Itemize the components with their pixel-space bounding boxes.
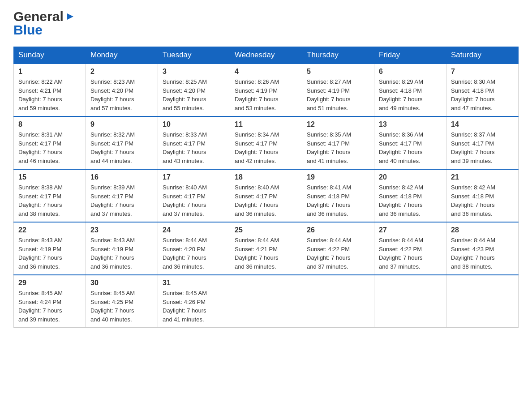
day-info: Sunrise: 8:45 AMSunset: 4:25 PMDaylight:… [90,289,153,324]
day-number: 31 [163,279,225,287]
calendar-header: SundayMondayTuesdayWednesdayThursdayFrid… [14,47,519,64]
day-number: 21 [451,173,514,181]
day-info: Sunrise: 8:42 AMSunset: 4:18 PMDaylight:… [451,183,514,218]
calendar-cell: 20Sunrise: 8:42 AMSunset: 4:18 PMDayligh… [374,169,446,222]
calendar-cell [446,275,519,328]
calendar-cell: 29Sunrise: 8:45 AMSunset: 4:24 PMDayligh… [14,275,86,328]
day-number: 24 [163,226,225,234]
day-info: Sunrise: 8:38 AMSunset: 4:17 PMDaylight:… [18,183,81,218]
calendar-cell: 13Sunrise: 8:36 AMSunset: 4:17 PMDayligh… [374,116,446,169]
day-number: 29 [18,279,81,287]
svg-marker-0 [67,13,73,20]
day-number: 28 [451,226,514,234]
calendar-cell [302,275,374,328]
day-info: Sunrise: 8:41 AMSunset: 4:18 PMDaylight:… [307,183,369,218]
day-info: Sunrise: 8:40 AMSunset: 4:17 PMDaylight:… [235,183,297,218]
day-info: Sunrise: 8:37 AMSunset: 4:17 PMDaylight:… [451,130,514,165]
day-info: Sunrise: 8:35 AMSunset: 4:17 PMDaylight:… [307,130,369,165]
week-row-3: 15Sunrise: 8:38 AMSunset: 4:17 PMDayligh… [14,169,519,222]
day-info: Sunrise: 8:27 AMSunset: 4:19 PMDaylight:… [307,77,369,112]
day-number: 13 [379,120,442,128]
day-info: Sunrise: 8:32 AMSunset: 4:17 PMDaylight:… [90,130,153,165]
day-number: 19 [307,173,369,181]
logo-arrow-icon [65,12,75,23]
logo-blue-text: Blue [13,22,43,38]
day-info: Sunrise: 8:31 AMSunset: 4:17 PMDaylight:… [18,130,81,165]
day-number: 6 [379,68,442,76]
day-info: Sunrise: 8:45 AMSunset: 4:26 PMDaylight:… [163,289,225,324]
day-number: 11 [235,120,297,128]
calendar-cell: 26Sunrise: 8:44 AMSunset: 4:22 PMDayligh… [302,222,374,275]
calendar-cell: 30Sunrise: 8:45 AMSunset: 4:25 PMDayligh… [86,275,158,328]
day-info: Sunrise: 8:25 AMSunset: 4:20 PMDaylight:… [163,77,225,112]
week-row-4: 22Sunrise: 8:43 AMSunset: 4:19 PMDayligh… [14,222,519,275]
day-info: Sunrise: 8:44 AMSunset: 4:21 PMDaylight:… [235,236,297,271]
day-info: Sunrise: 8:23 AMSunset: 4:20 PMDaylight:… [90,77,153,112]
day-number: 26 [307,226,369,234]
weekday-header-thursday: Thursday [302,47,374,64]
day-number: 2 [90,68,153,76]
calendar-cell: 18Sunrise: 8:40 AMSunset: 4:17 PMDayligh… [230,169,302,222]
day-info: Sunrise: 8:44 AMSunset: 4:20 PMDaylight:… [163,236,225,271]
day-info: Sunrise: 8:34 AMSunset: 4:17 PMDaylight:… [235,130,297,165]
calendar-cell: 28Sunrise: 8:44 AMSunset: 4:23 PMDayligh… [446,222,519,275]
day-info: Sunrise: 8:40 AMSunset: 4:17 PMDaylight:… [163,183,225,218]
day-info: Sunrise: 8:22 AMSunset: 4:21 PMDaylight:… [18,77,81,112]
day-number: 7 [451,68,514,76]
day-info: Sunrise: 8:43 AMSunset: 4:19 PMDaylight:… [18,236,81,271]
day-number: 14 [451,120,514,128]
calendar-table: SundayMondayTuesdayWednesdayThursdayFrid… [13,47,519,328]
day-number: 23 [90,226,153,234]
logo-general-text: General [13,9,64,24]
calendar-cell: 23Sunrise: 8:43 AMSunset: 4:19 PMDayligh… [86,222,158,275]
day-number: 27 [379,226,442,234]
day-number: 20 [379,173,442,181]
page-header: General Blue [13,9,519,38]
weekday-header-saturday: Saturday [446,47,519,64]
day-info: Sunrise: 8:33 AMSunset: 4:17 PMDaylight:… [163,130,225,165]
calendar-cell: 9Sunrise: 8:32 AMSunset: 4:17 PMDaylight… [86,116,158,169]
calendar-cell [374,275,446,328]
calendar-cell [230,275,302,328]
calendar-cell: 25Sunrise: 8:44 AMSunset: 4:21 PMDayligh… [230,222,302,275]
calendar-cell: 14Sunrise: 8:37 AMSunset: 4:17 PMDayligh… [446,116,519,169]
day-info: Sunrise: 8:44 AMSunset: 4:23 PMDaylight:… [451,236,514,271]
calendar-cell: 4Sunrise: 8:26 AMSunset: 4:19 PMDaylight… [230,64,302,116]
weekday-header-sunday: Sunday [14,47,86,64]
day-info: Sunrise: 8:44 AMSunset: 4:22 PMDaylight:… [379,236,442,271]
day-number: 8 [18,120,81,128]
day-number: 25 [235,226,297,234]
day-number: 10 [163,120,225,128]
day-info: Sunrise: 8:29 AMSunset: 4:18 PMDaylight:… [379,77,442,112]
calendar-cell: 5Sunrise: 8:27 AMSunset: 4:19 PMDaylight… [302,64,374,116]
day-number: 18 [235,173,297,181]
day-info: Sunrise: 8:44 AMSunset: 4:22 PMDaylight:… [307,236,369,271]
calendar-cell: 19Sunrise: 8:41 AMSunset: 4:18 PMDayligh… [302,169,374,222]
weekday-header-friday: Friday [374,47,446,64]
day-number: 15 [18,173,81,181]
calendar-cell: 24Sunrise: 8:44 AMSunset: 4:20 PMDayligh… [158,222,230,275]
weekday-header-row: SundayMondayTuesdayWednesdayThursdayFrid… [14,47,519,64]
calendar-cell: 2Sunrise: 8:23 AMSunset: 4:20 PMDaylight… [86,64,158,116]
weekday-header-monday: Monday [86,47,158,64]
calendar-cell: 1Sunrise: 8:22 AMSunset: 4:21 PMDaylight… [14,64,86,116]
week-row-2: 8Sunrise: 8:31 AMSunset: 4:17 PMDaylight… [14,116,519,169]
day-info: Sunrise: 8:43 AMSunset: 4:19 PMDaylight:… [90,236,153,271]
day-info: Sunrise: 8:45 AMSunset: 4:24 PMDaylight:… [18,289,81,324]
calendar-cell: 15Sunrise: 8:38 AMSunset: 4:17 PMDayligh… [14,169,86,222]
day-info: Sunrise: 8:42 AMSunset: 4:18 PMDaylight:… [379,183,442,218]
calendar-cell: 7Sunrise: 8:30 AMSunset: 4:18 PMDaylight… [446,64,519,116]
day-number: 1 [18,68,81,76]
week-row-1: 1Sunrise: 8:22 AMSunset: 4:21 PMDaylight… [14,64,519,116]
calendar-cell: 12Sunrise: 8:35 AMSunset: 4:17 PMDayligh… [302,116,374,169]
logo: General Blue [13,9,75,38]
day-number: 3 [163,68,225,76]
calendar-cell: 22Sunrise: 8:43 AMSunset: 4:19 PMDayligh… [14,222,86,275]
calendar-cell: 17Sunrise: 8:40 AMSunset: 4:17 PMDayligh… [158,169,230,222]
calendar-cell: 6Sunrise: 8:29 AMSunset: 4:18 PMDaylight… [374,64,446,116]
day-number: 30 [90,279,153,287]
day-info: Sunrise: 8:39 AMSunset: 4:17 PMDaylight:… [90,183,153,218]
calendar-cell: 10Sunrise: 8:33 AMSunset: 4:17 PMDayligh… [158,116,230,169]
day-number: 5 [307,68,369,76]
calendar-body: 1Sunrise: 8:22 AMSunset: 4:21 PMDaylight… [14,64,519,328]
